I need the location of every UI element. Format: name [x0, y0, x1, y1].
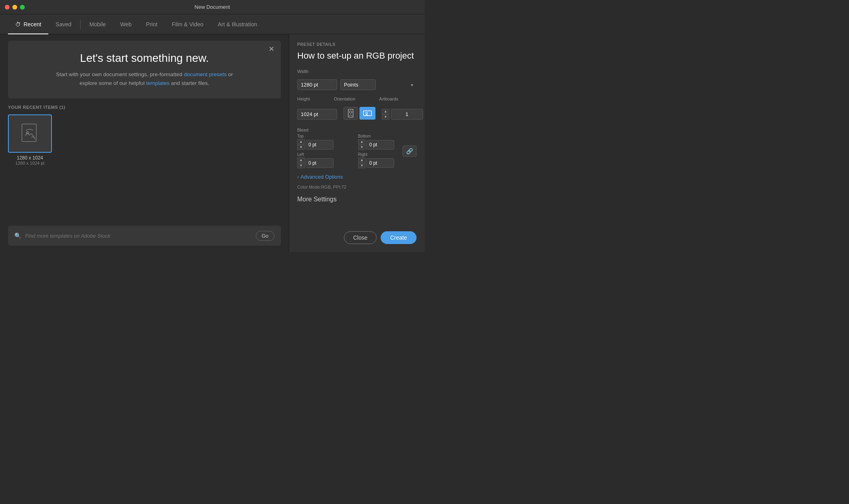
recent-header: YOUR RECENT ITEMS (1) — [8, 105, 281, 110]
height-label: Height — [297, 96, 310, 101]
bleed-right-down[interactable]: ▼ — [358, 163, 366, 168]
tab-film-label: Film & Video — [172, 21, 203, 28]
fullscreen-traffic-light[interactable] — [20, 5, 25, 10]
templates-link[interactable]: templates — [146, 80, 170, 86]
row-label-group: Height Orientation Artboards — [297, 94, 417, 103]
height-orientation-artboards-row: ▲ ▼ — [297, 107, 417, 120]
artboards-down-arrow[interactable]: ▼ — [382, 114, 389, 120]
preset-details-label: PRESET DETAILS — [297, 42, 417, 47]
bleed-top-up[interactable]: ▲ — [297, 139, 305, 144]
search-input[interactable] — [25, 233, 252, 239]
bleed-right-input[interactable] — [366, 158, 394, 168]
tab-saved-label: Saved — [55, 21, 71, 28]
portrait-icon — [347, 109, 354, 118]
artboards-stepper: ▲ ▼ — [382, 109, 389, 120]
artboards-up-arrow[interactable]: ▲ — [382, 109, 389, 114]
bleed-bottom-up[interactable]: ▲ — [358, 139, 366, 144]
tab-print-label: Print — [146, 21, 158, 28]
document-presets-link[interactable]: document presets — [184, 71, 227, 77]
window-title: New Document — [195, 4, 230, 10]
bleed-left-input-row: ▲ ▼ — [297, 158, 356, 168]
recent-count: (1) — [59, 105, 65, 110]
hero-subtitle: Start with your own document settings, p… — [24, 70, 265, 87]
tab-recent[interactable]: ⏱ Recent — [8, 14, 48, 34]
portrait-button[interactable] — [344, 107, 358, 120]
hero-close-button[interactable]: ✕ — [269, 45, 274, 53]
artboards-field: ▲ ▼ — [382, 109, 423, 120]
create-button[interactable]: Create — [381, 231, 417, 244]
bleed-left-stepper: ▲ ▼ — [297, 158, 305, 168]
height-field — [297, 109, 337, 120]
minimize-traffic-light[interactable] — [12, 5, 17, 10]
width-row: Points Pixels Inches Millimeters Centime… — [297, 79, 417, 90]
bleed-bottom-label: Bottom — [358, 134, 417, 138]
advanced-options-toggle[interactable]: › Advanced Options — [297, 174, 417, 180]
bleed-bottom-down[interactable]: ▼ — [358, 145, 366, 150]
tab-web-label: Web — [120, 21, 132, 28]
bleed-grid: Top ▲ ▼ Bottom ▲ ▼ — [297, 134, 417, 168]
recent-item-size: 1280 x 1024 pt — [8, 161, 52, 165]
bleed-bottom-stepper: ▲ ▼ — [358, 139, 366, 150]
tab-print[interactable]: Print — [139, 14, 165, 34]
main-layout: ✕ Let's start something new. Start with … — [0, 34, 424, 252]
landscape-icon — [363, 110, 372, 117]
tab-recent-label: Recent — [24, 21, 41, 28]
link-icon: 🔗 — [406, 148, 413, 154]
close-traffic-light[interactable] — [5, 5, 10, 10]
recent-grid: 1280 x 1024 1280 x 1024 pt — [8, 114, 281, 165]
tab-art-label: Art & Illustration — [218, 21, 257, 28]
bleed-right-input-row: ▲ ▼ — [358, 158, 417, 168]
tab-web[interactable]: Web — [113, 14, 139, 34]
hero-subtitle-before: Start with your own document settings, p… — [56, 71, 184, 77]
close-button[interactable]: Close — [344, 231, 377, 244]
recent-thumb — [8, 114, 52, 153]
bleed-top-input-row: ▲ ▼ — [297, 139, 356, 150]
bleed-left-input[interactable] — [306, 158, 334, 168]
advanced-options-label: Advanced Options — [300, 174, 343, 180]
svg-point-4 — [349, 111, 352, 113]
bleed-right-up[interactable]: ▲ — [358, 158, 366, 163]
recent-section: YOUR RECENT ITEMS (1) — [8, 105, 281, 219]
width-input[interactable] — [297, 79, 337, 90]
link-bleed-button[interactable]: 🔗 — [403, 146, 417, 157]
artboards-label: Artboards — [379, 96, 399, 101]
document-icon — [18, 122, 42, 146]
list-item[interactable]: 1280 x 1024 1280 x 1024 pt — [8, 114, 52, 165]
bleed-top-down[interactable]: ▼ — [297, 145, 305, 150]
bleed-label: Bleed — [297, 128, 417, 132]
tab-saved[interactable]: Saved — [48, 14, 79, 34]
bleed-top-stepper: ▲ ▼ — [297, 139, 305, 150]
bottom-buttons: Close Create — [297, 227, 417, 244]
height-input[interactable] — [297, 109, 337, 120]
hero-banner: ✕ Let's start something new. Start with … — [8, 41, 281, 98]
tab-mobile[interactable]: Mobile — [82, 14, 113, 34]
unit-select[interactable]: Points Pixels Inches Millimeters Centime… — [340, 79, 376, 90]
hero-title: Let's start something new. — [24, 52, 265, 65]
orientation-group — [344, 107, 375, 120]
bleed-top-label: Top — [297, 134, 356, 138]
bleed-left-label: Left — [297, 152, 356, 157]
search-bar: 🔍 Go — [8, 226, 281, 246]
tab-film[interactable]: Film & Video — [165, 14, 211, 34]
tab-divider — [80, 20, 81, 29]
more-settings[interactable]: More Settings — [297, 196, 417, 203]
tab-art[interactable]: Art & Illustration — [211, 14, 265, 34]
recent-header-label: YOUR RECENT ITEMS — [8, 105, 58, 110]
landscape-button[interactable] — [359, 107, 375, 120]
artboards-input[interactable] — [391, 109, 423, 120]
bleed-left-down[interactable]: ▼ — [297, 163, 305, 168]
title-bar: New Document — [0, 0, 424, 14]
bleed-left-field: Left ▲ ▼ — [297, 152, 356, 168]
bleed-bottom-input[interactable] — [366, 140, 394, 150]
bleed-top-input[interactable] — [306, 140, 334, 150]
orientation-label: Orientation — [334, 96, 355, 101]
recent-item-name: 1280 x 1024 — [8, 155, 52, 161]
traffic-lights — [5, 5, 25, 10]
bleed-left-up[interactable]: ▲ — [297, 158, 305, 163]
preset-title: How to set-up an RGB project — [297, 51, 417, 61]
hero-subtitle-after: and starter files. — [170, 80, 209, 86]
svg-rect-0 — [22, 124, 36, 142]
search-go-button[interactable]: Go — [256, 231, 274, 241]
clock-icon: ⏱ — [15, 21, 21, 28]
bleed-top-field: Top ▲ ▼ — [297, 134, 356, 150]
